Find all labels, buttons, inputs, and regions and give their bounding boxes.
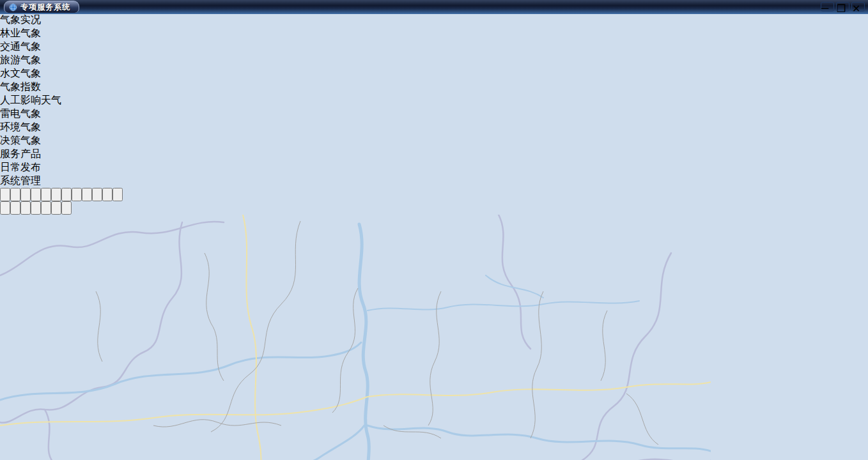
select-area-tool[interactable]: [41, 188, 51, 201]
identify-tool[interactable]: ?±: [112, 188, 123, 201]
select-element-tool[interactable]: [31, 188, 41, 201]
pan-tool[interactable]: [72, 188, 82, 201]
select-features-tool[interactable]: [20, 188, 31, 201]
globe-tool[interactable]: [0, 188, 10, 201]
menu-item-8[interactable]: 雷电气象: [0, 107, 868, 121]
globe-layer-tool[interactable]: [10, 201, 20, 215]
menu-item-10[interactable]: 决策气象: [0, 134, 868, 148]
menu-item-1[interactable]: 气象实况: [0, 13, 868, 27]
restore-button[interactable]: ❐: [836, 2, 849, 12]
print-tool[interactable]: [20, 201, 31, 215]
measure-tool[interactable]: [10, 188, 20, 201]
map-viewport[interactable]: 益阳县桃江县宁乡县望城县长沙县浏阳市湘潭县长沙市沣惠渠涝店高冠河口陈河杨家盘37…: [0, 215, 868, 460]
print-preview-tool[interactable]: [31, 201, 41, 215]
menu-item-13[interactable]: 系统管理: [0, 174, 868, 188]
app-title-tab: 专项服务系统: [4, 1, 79, 13]
close-button[interactable]: ✕: [851, 2, 865, 12]
menu-item-3[interactable]: 交通气象: [0, 40, 868, 54]
window-title: 专项服务系统: [20, 2, 70, 13]
export-image-tool[interactable]: [0, 201, 10, 215]
menu-item-9[interactable]: 环境气象: [0, 121, 868, 134]
app-globe-icon: [9, 3, 17, 12]
zoom-out-tool[interactable]: [61, 188, 72, 201]
minimize-button[interactable]: ─: [821, 2, 834, 12]
stop-tool[interactable]: [82, 188, 92, 201]
menu-bar: 气象预报气象实况林业气象交通气象旅游气象水文气象气象指数人工影响天气雷电气象环境…: [0, 0, 868, 188]
refresh-tool[interactable]: [102, 188, 112, 201]
title-bar: 专项服务系统 ─ ❐ ✕: [0, 0, 868, 14]
grid-tool[interactable]: [61, 201, 72, 215]
menu-item-7[interactable]: 人工影响天气: [0, 94, 868, 107]
toolbar: ?±: [0, 188, 868, 215]
back-tool[interactable]: [51, 201, 61, 215]
placemark-tool[interactable]: [41, 201, 51, 215]
menu-item-4[interactable]: 旅游气象: [0, 54, 868, 67]
menu-item-6[interactable]: 气象指数: [0, 80, 868, 94]
menu-item-2[interactable]: 林业气象: [0, 27, 868, 40]
map-basemap: [0, 215, 711, 460]
menu-item-5[interactable]: 水文气象: [0, 67, 868, 80]
fit-window-tool[interactable]: [92, 188, 102, 201]
zoom-in-tool[interactable]: [51, 188, 61, 201]
menu-item-11[interactable]: 服务产品: [0, 148, 868, 161]
menu-item-12[interactable]: 日常发布: [0, 161, 868, 174]
